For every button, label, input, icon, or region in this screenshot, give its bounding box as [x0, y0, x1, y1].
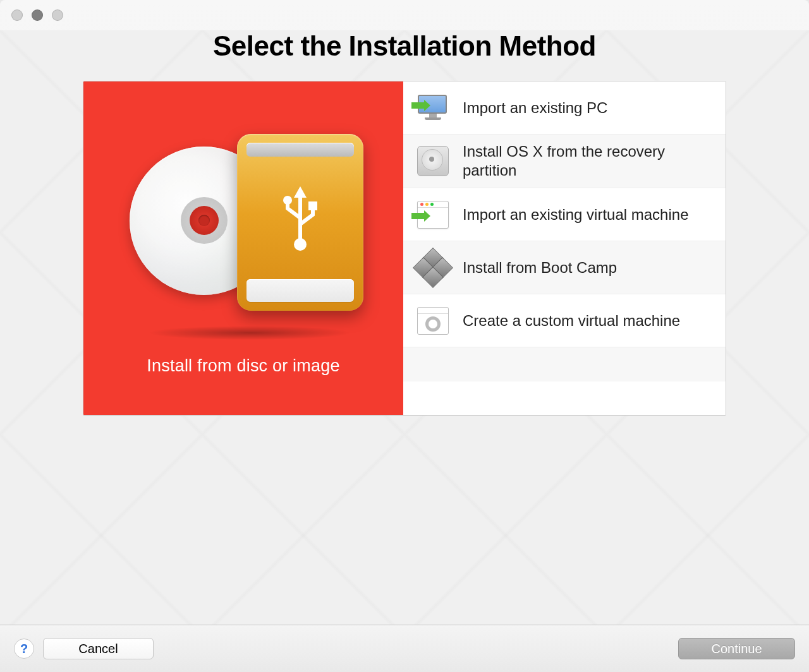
window-close-button[interactable] [11, 9, 23, 21]
window-minimize-button[interactable] [32, 9, 43, 21]
option-label: Install OS X from the recovery partition [463, 142, 713, 180]
vm-window-import-icon [416, 198, 450, 232]
usb-drive-icon [237, 134, 363, 311]
svg-rect-2 [308, 201, 317, 210]
page-title: Select the Installation Method [213, 30, 596, 62]
disc-usb-illustration [130, 134, 357, 323]
svg-point-1 [283, 196, 292, 205]
option-create-custom-vm[interactable]: Create a custom virtual machine [403, 294, 726, 347]
option-install-bootcamp[interactable]: Install from Boot Camp [403, 241, 726, 294]
method-list: Import an existing PC Install OS X from … [403, 81, 726, 415]
cancel-button[interactable]: Cancel [43, 638, 154, 659]
option-label: Import an existing PC [463, 99, 607, 117]
installer-window: Select the Installation Method [0, 0, 809, 672]
usb-symbol-icon [278, 180, 322, 256]
option-install-osx-recovery[interactable]: Install OS X from the recovery partition [403, 135, 726, 188]
option-import-pc[interactable]: Import an existing PC [403, 81, 726, 135]
selected-method-hero[interactable]: Install from disc or image [83, 81, 403, 415]
titlebar [0, 0, 809, 30]
header: Select the Installation Method [213, 30, 596, 81]
selected-method-label: Install from disc or image [147, 356, 339, 376]
window-zoom-button[interactable] [52, 9, 63, 21]
help-button[interactable]: ? [14, 639, 34, 659]
content-area: Select the Installation Method [0, 30, 809, 625]
option-label: Import an existing virtual machine [463, 205, 689, 224]
footer-toolbar: ? Cancel Continue [0, 625, 809, 672]
hard-drive-icon [416, 144, 450, 178]
custom-vm-icon [416, 304, 450, 338]
option-label: Install from Boot Camp [463, 258, 617, 277]
method-picker: Install from disc or image Import an exi… [83, 81, 726, 416]
option-import-vm[interactable]: Import an existing virtual machine [403, 188, 726, 241]
list-filler [403, 347, 726, 415]
bootcamp-icon [416, 251, 450, 285]
svg-point-0 [294, 238, 307, 251]
option-label: Create a custom virtual machine [463, 311, 680, 330]
continue-button[interactable]: Continue [678, 638, 795, 659]
pc-import-icon [416, 91, 450, 125]
